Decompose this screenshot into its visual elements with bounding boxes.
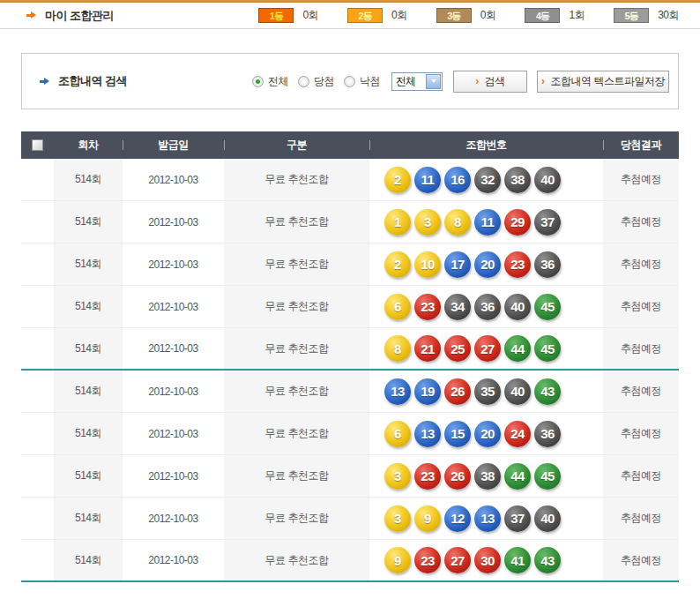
table-row: 514회2012-10-03무료 추천조합32326384445추첨예정 <box>21 455 679 498</box>
result-cell: 추첨예정 <box>603 498 679 539</box>
date-cell: 2012-10-03 <box>123 371 224 412</box>
round-cell: 514회 <box>54 371 123 412</box>
rank-badge: 1등 <box>258 8 294 23</box>
table-row: 514회2012-10-03무료 추천조합3912133740추첨예정 <box>21 498 679 540</box>
type-cell: 무료 추천조합 <box>224 498 369 539</box>
lotto-ball: 13 <box>414 421 441 447</box>
result-cell: 추첨예정 <box>603 540 679 580</box>
lotto-ball: 36 <box>534 421 561 447</box>
type-cell: 무료 추천조합 <box>224 159 369 200</box>
lotto-ball: 2 <box>384 251 411 278</box>
lotto-ball: 40 <box>534 505 561 532</box>
lotto-ball: 12 <box>444 505 471 532</box>
round-cell: 514회 <box>54 243 123 285</box>
filter-select-value: 전체 <box>392 74 426 89</box>
table-row: 514회2012-10-03무료 추천조합138112937추첨예정 <box>21 201 679 243</box>
type-cell: 무료 추천조합 <box>224 201 369 243</box>
date-cell: 2012-10-03 <box>123 286 224 327</box>
type-cell: 무료 추천조합 <box>224 371 369 412</box>
date-cell: 2012-10-03 <box>123 201 224 243</box>
table-body: 514회2012-10-03무료 추천조합21116323840추첨예정514회… <box>21 159 679 582</box>
radio-circle-icon[interactable] <box>344 76 355 87</box>
lotto-ball: 16 <box>444 167 471 193</box>
rank-count: 0회 <box>302 8 318 23</box>
lotto-ball: 26 <box>444 378 471 405</box>
radio-label: 전체 <box>268 74 288 89</box>
table-row: 514회2012-10-03무료 추천조합21017202336추첨예정 <box>21 243 679 286</box>
result-cell: 추첨예정 <box>603 371 679 412</box>
lotto-ball: 40 <box>504 294 531 320</box>
lotto-ball: 17 <box>444 251 471 278</box>
round-cell: 514회 <box>54 540 123 580</box>
lotto-ball: 38 <box>474 463 501 490</box>
rank-badges: 1등0회2등0회3등0회4등1회5등30회 <box>229 8 679 23</box>
rank-badge-group: 3등0회 <box>436 8 496 23</box>
type-cell: 무료 추천조합 <box>224 286 369 327</box>
lotto-ball: 23 <box>414 294 441 320</box>
rank-badge: 2등 <box>347 8 383 23</box>
lotto-ball: 3 <box>384 505 411 532</box>
lotto-ball: 29 <box>504 209 531 236</box>
type-cell: 무료 추천조합 <box>224 328 369 369</box>
lotto-ball: 34 <box>444 294 471 320</box>
lotto-ball: 27 <box>474 335 501 362</box>
lotto-ball: 10 <box>414 251 441 278</box>
radio-option-1[interactable]: 당첨 <box>298 74 334 89</box>
result-cell: 추첨예정 <box>603 159 679 200</box>
combo-cell: 82125274445 <box>369 328 603 369</box>
radio-circle-icon[interactable] <box>252 76 264 87</box>
export-text-file-button[interactable]: › 조합내역 텍스트파일저장 <box>537 71 669 93</box>
lotto-ball: 45 <box>534 294 561 320</box>
lotto-ball: 32 <box>474 167 501 193</box>
rank-count: 0회 <box>480 8 496 23</box>
rank-count: 1회 <box>569 8 585 23</box>
button-arrow-icon: › <box>475 75 479 87</box>
type-cell: 무료 추천조합 <box>224 243 369 285</box>
lotto-ball: 11 <box>474 209 501 236</box>
row-check-cell <box>21 371 54 412</box>
lotto-ball: 6 <box>384 294 411 320</box>
lotto-ball: 25 <box>444 335 471 362</box>
lotto-ball: 19 <box>414 378 441 405</box>
header-type: 구분 <box>224 131 369 159</box>
lotto-ball: 36 <box>534 251 561 278</box>
date-cell: 2012-10-03 <box>123 498 224 539</box>
radio-option-2[interactable]: 낙첨 <box>344 74 380 89</box>
search-button[interactable]: › 검색 <box>453 71 527 93</box>
round-cell: 514회 <box>54 498 123 539</box>
lotto-ball: 26 <box>444 463 471 490</box>
table-row: 514회2012-10-03무료 추천조합21116323840추첨예정 <box>21 159 679 201</box>
combo-cell: 62334364045 <box>369 286 603 327</box>
chevron-down-icon[interactable] <box>426 74 441 89</box>
lotto-ball: 35 <box>474 378 501 405</box>
button-arrow-icon: › <box>541 75 545 87</box>
combo-cell: 21116323840 <box>369 159 603 200</box>
orange-arrow-icon <box>26 11 37 19</box>
header-check-cell <box>21 131 54 159</box>
round-cell: 514회 <box>54 159 123 200</box>
header-date: 발급일 <box>123 131 224 159</box>
select-all-checkbox[interactable] <box>32 139 43 151</box>
filter-select[interactable]: 전체 <box>391 72 443 91</box>
lotto-ball: 45 <box>534 335 561 362</box>
title-bar: 마이 조합관리 1등0회2등0회3등0회4등1회5등30회 <box>0 3 700 28</box>
type-cell: 무료 추천조합 <box>224 455 369 497</box>
lotto-ball: 3 <box>384 463 411 490</box>
combo-cell: 61315202436 <box>369 413 603 454</box>
search-title: 조합내역 검색 <box>58 73 127 89</box>
blue-arrow-icon <box>40 78 50 86</box>
combo-cell: 3912133740 <box>369 498 603 539</box>
table-row: 514회2012-10-03무료 추천조합131926354043추첨예정 <box>21 371 679 413</box>
header-result: 당첨결과 <box>603 131 679 159</box>
page: 마이 조합관리 1등0회2등0회3등0회4등1회5등30회 조합내역 검색 전체… <box>0 0 700 582</box>
date-cell: 2012-10-03 <box>123 455 224 497</box>
radio-circle-icon[interactable] <box>298 76 309 87</box>
radio-option-0[interactable]: 전체 <box>252 74 288 89</box>
lotto-ball: 43 <box>534 547 561 573</box>
search-button-label: 검색 <box>485 74 505 89</box>
combination-table: 회차 발급일 구분 조합번호 당첨결과 514회2012-10-03무료 추천조… <box>21 131 679 582</box>
lotto-ball: 23 <box>504 251 531 278</box>
table-row: 514회2012-10-03무료 추천조합61315202436추첨예정 <box>21 413 679 455</box>
search-controls: 전체당첨낙첨 전체 › 검색 › 조합내역 텍스트파일저장 <box>252 71 669 93</box>
lotto-ball: 8 <box>444 209 471 236</box>
